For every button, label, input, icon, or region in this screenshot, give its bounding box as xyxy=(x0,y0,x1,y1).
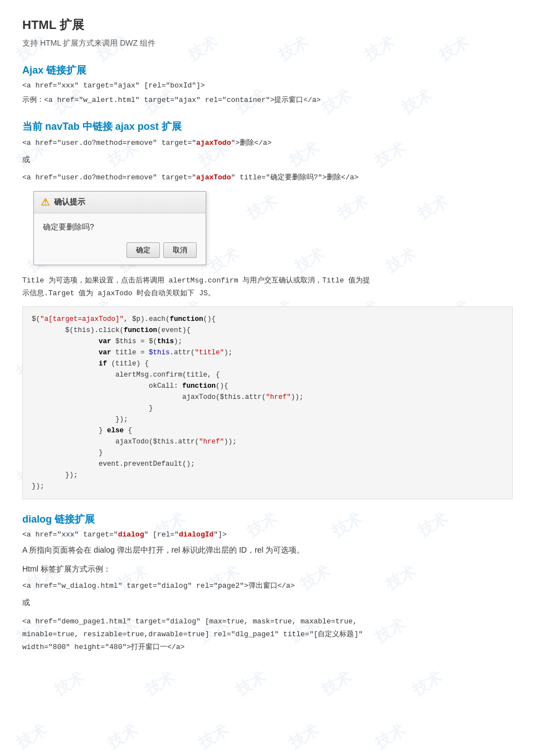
page-title: HTML 扩展 xyxy=(22,17,513,33)
dialog-code-line1: <a href="w_dialog.html" target="dialog" … xyxy=(22,581,513,591)
navtab-description: Title 为可选项，如果设置，点击后将调用 alertMsg.confirm … xyxy=(22,274,513,300)
dialog-desc2: Html 标签扩展方式示例： xyxy=(22,562,513,576)
or-label-1: 或 xyxy=(22,153,513,167)
navtab-code-line1: <a href="user.do?method=remove" target="… xyxy=(22,138,513,148)
main-content: HTML 扩展 支持 HTML 扩展方式来调用 DWZ 组件 Ajax 链接扩展… xyxy=(22,17,513,654)
navtab-code-line2: <a href="user.do?method=remove" target="… xyxy=(22,172,513,182)
dialog-tag-example: <a href="xxx" target="dialog" [rel="dial… xyxy=(22,530,513,539)
ajax-example-line: 示例：<a href="w_alert.html" target="ajax" … xyxy=(22,94,513,106)
dialog-code-line2: <a href="demo_page1.html" target="dialog… xyxy=(22,615,513,654)
confirm-cancel-button[interactable]: 取消 xyxy=(163,242,197,258)
section-dialog-title: dialog 链接扩展 xyxy=(22,513,513,526)
confirm-dialog-body: 确定要删除吗? xyxy=(34,213,206,238)
confirm-dialog: ⚠ 确认提示 确定要删除吗? 确定 取消 xyxy=(33,191,206,265)
page-subtitle: 支持 HTML 扩展方式来调用 DWZ 组件 xyxy=(22,37,513,50)
or-label-2: 或 xyxy=(22,596,513,609)
dialog-desc1: A 所指向页面将会在 dialog 弹出层中打开，rel 标识此弹出层的 ID，… xyxy=(22,543,513,557)
navtab-code-block: $("a[target=ajaxTodo]", $p).each(functio… xyxy=(22,306,513,499)
confirm-dialog-footer: 确定 取消 xyxy=(34,238,206,265)
section-navtab-title: 当前 navTab 中链接 ajax post 扩展 xyxy=(22,120,513,133)
warning-icon: ⚠ xyxy=(41,196,50,208)
section-ajax-title: Ajax 链接扩展 xyxy=(22,64,513,77)
confirm-dialog-title: ⚠ 确认提示 xyxy=(34,192,206,213)
ajax-tag-example: <a href="xxx" target="ajax" [rel="boxId"… xyxy=(22,81,513,90)
confirm-dialog-title-text: 确认提示 xyxy=(54,197,85,207)
confirm-ok-button[interactable]: 确定 xyxy=(127,242,160,258)
